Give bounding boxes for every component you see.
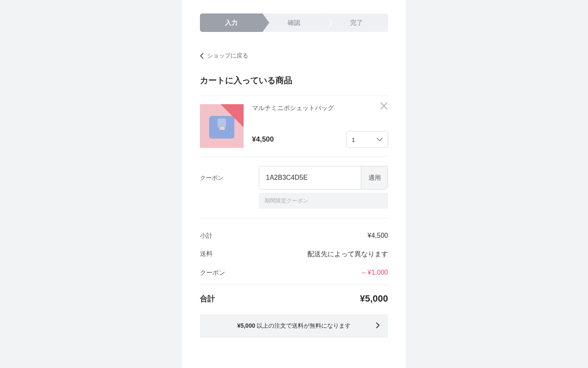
chevron-left-icon xyxy=(200,53,204,59)
summary-value: – ¥1,000 xyxy=(362,269,388,277)
summary-value: 配送先によって異なります xyxy=(307,250,388,259)
free-shipping-threshold: ¥5,000 xyxy=(237,322,255,329)
remove-item-button[interactable] xyxy=(380,102,388,112)
progress-step-complete: 完了 xyxy=(326,13,388,32)
summary-label: クーポン xyxy=(200,269,225,277)
summary-label: 小計 xyxy=(200,232,213,240)
progress-step-label: 完了 xyxy=(350,19,363,27)
coupon-code-input[interactable] xyxy=(259,166,361,189)
quantity-select[interactable]: 1 xyxy=(346,131,388,148)
product-name: マルチミニポシェットバッグ xyxy=(252,104,388,112)
coupon-input-row: 適用 xyxy=(259,166,388,189)
free-shipping-text: 以上の注文で送料が無料になります xyxy=(255,322,351,329)
progress-step-confirm: 確認 xyxy=(262,13,325,32)
summary-subtotal-row: 小計 ¥4,500 xyxy=(200,227,388,245)
quantity-value: 1 xyxy=(352,136,355,143)
coupon-section-label: クーポン xyxy=(200,166,259,182)
total-label: 合計 xyxy=(200,294,215,304)
page-title: カートに入っている商品 xyxy=(200,75,388,86)
product-image xyxy=(200,104,244,148)
summary-coupon-row: クーポン – ¥1,000 xyxy=(200,264,388,282)
progress-bar: 入力 確認 完了 xyxy=(200,13,388,32)
close-icon xyxy=(380,102,388,110)
chevron-down-icon xyxy=(377,138,383,141)
progress-step-label: 確認 xyxy=(288,19,300,27)
back-to-shop-link[interactable]: ショップに戻る xyxy=(200,52,388,60)
product-price: ¥4,500 xyxy=(252,135,274,144)
back-to-shop-label: ショップに戻る xyxy=(207,52,248,60)
chevron-right-icon xyxy=(376,323,380,330)
progress-step-label: 入力 xyxy=(225,19,238,27)
product-details: マルチミニポシェットバッグ ¥4,500 1 xyxy=(244,104,388,148)
summary-shipping-row: 送料 配送先によって異なります xyxy=(200,245,388,264)
checkout-container: 入力 確認 完了 ショップに戻る カートに入っている商品 マルチミニポシェットバ… xyxy=(182,0,406,368)
coupon-apply-button[interactable]: 適用 xyxy=(361,166,388,189)
summary-value: ¥4,500 xyxy=(368,232,388,240)
free-shipping-banner[interactable]: ¥5,000 以上の注文で送料が無料になります xyxy=(200,314,388,338)
coupon-note: 期間限定クーポン xyxy=(259,193,388,209)
coupon-section: クーポン 適用 期間限定クーポン xyxy=(200,157,388,218)
cart-item: マルチミニポシェットバッグ ¥4,500 1 xyxy=(200,96,388,156)
summary-label: 送料 xyxy=(200,250,213,259)
summary-section: 小計 ¥4,500 送料 配送先によって異なります クーポン – ¥1,000 xyxy=(200,218,388,284)
progress-step-input: 入力 xyxy=(200,13,262,32)
total-row: 合計 ¥5,000 xyxy=(200,285,388,314)
total-value: ¥5,000 xyxy=(360,293,388,304)
